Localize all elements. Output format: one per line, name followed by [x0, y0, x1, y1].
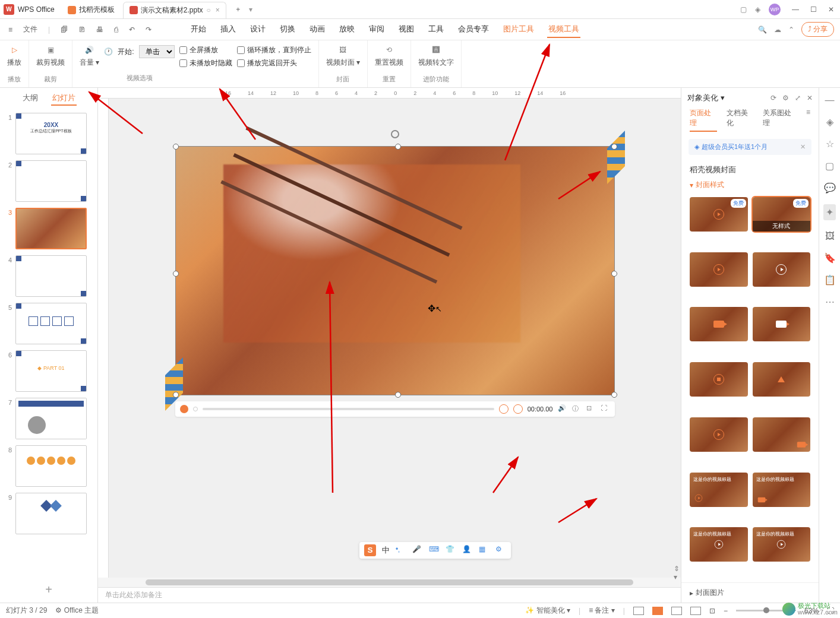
thumb-8[interactable]: [15, 445, 87, 487]
lang-indicator[interactable]: 中: [382, 545, 390, 556]
thumb-4[interactable]: [15, 255, 87, 297]
cover-option[interactable]: 这是你的视频标题: [753, 527, 811, 562]
fit-icon[interactable]: ⊡: [709, 607, 715, 615]
ft-shirt-icon[interactable]: 👕: [446, 545, 456, 556]
thumb-1[interactable]: 20XX工作总结汇报PPT模板: [15, 113, 87, 154]
view-normal-button[interactable]: [633, 607, 644, 615]
vc-marker[interactable]: [193, 407, 198, 411]
ft-person-icon[interactable]: 👤: [462, 545, 473, 556]
vc-info-icon[interactable]: ⓘ: [572, 404, 582, 414]
rail-clipboard-icon[interactable]: 📋: [824, 274, 836, 286]
rail-chat-icon[interactable]: 💬: [824, 182, 836, 194]
reset-button[interactable]: ⟲ 重置视频: [375, 44, 403, 68]
view-reading-button[interactable]: [690, 607, 701, 615]
zoom-slider[interactable]: [736, 610, 784, 611]
menu-insert[interactable]: 插入: [219, 21, 237, 38]
cover-option[interactable]: [690, 417, 748, 452]
vc-play-button[interactable]: [180, 405, 188, 413]
vc-fullscreen-icon[interactable]: ⛶: [601, 404, 610, 414]
search-icon[interactable]: 🔍: [758, 26, 767, 34]
close-button[interactable]: ✕: [822, 1, 840, 18]
menu-tools[interactable]: 工具: [427, 21, 445, 38]
resize-handle[interactable]: [611, 271, 617, 277]
view-slideshow-button[interactable]: [652, 607, 663, 615]
rtab-relation[interactable]: 关系图处理: [763, 108, 797, 132]
menu-animation[interactable]: 动画: [308, 21, 326, 38]
view-sorter-button[interactable]: [671, 607, 682, 615]
notes-toggle[interactable]: ≡ 备注 ▾: [589, 606, 615, 616]
accordion-cover-style[interactable]: ▾ 封面样式: [681, 178, 819, 192]
redo-icon[interactable]: ↷: [143, 24, 154, 35]
slide-canvas[interactable]: 00:00.00 🔊 ⓘ ⊡ ⛶: [109, 99, 681, 578]
cloud-icon[interactable]: ☁: [774, 26, 781, 34]
cover-option[interactable]: [753, 362, 811, 397]
trim-button[interactable]: ▣ 裁剪视频: [36, 44, 65, 68]
tab-templates[interactable]: 找稻壳模板: [62, 2, 121, 18]
tab-close-icon[interactable]: ×: [216, 6, 220, 14]
volume-button[interactable]: 🔊 音量 ▾: [80, 44, 99, 68]
rtab-page[interactable]: 页面处理: [690, 108, 717, 132]
smart-beauty-button[interactable]: ✨ 智能美化 ▾: [525, 606, 570, 616]
menu-view[interactable]: 视图: [397, 21, 415, 38]
undo-icon[interactable]: ↶: [127, 24, 137, 35]
menu-picture-tools[interactable]: 图片工具: [502, 21, 535, 38]
vc-progress[interactable]: [203, 408, 494, 410]
resize-handle[interactable]: [395, 144, 401, 150]
vc-loop-icon[interactable]: ⊡: [586, 404, 596, 414]
theme-indicator[interactable]: ⚙ Office 主题: [55, 606, 99, 616]
thumb-2[interactable]: [15, 160, 87, 202]
resize-handle[interactable]: [395, 392, 401, 398]
cover-option[interactable]: [690, 307, 748, 341]
menu-start[interactable]: 开始: [190, 21, 207, 38]
rail-bookmark-icon[interactable]: 🔖: [824, 252, 836, 264]
vc-next-button[interactable]: [513, 404, 523, 414]
save-icon[interactable]: 🗐: [58, 24, 70, 35]
expand-icon[interactable]: ⤢: [795, 94, 801, 102]
resize-handle[interactable]: [173, 271, 179, 277]
vc-volume-icon[interactable]: 🔊: [558, 404, 567, 414]
cover-option[interactable]: 这是你的视频标题: [753, 473, 811, 507]
rail-tools-icon[interactable]: ✦: [823, 204, 836, 220]
ime-toolbar[interactable]: S 中 •ˌ 🎤 ⌨ 👕 👤 ▦ ⚙: [359, 542, 511, 559]
cover-option[interactable]: [753, 307, 811, 341]
resize-handle[interactable]: [173, 144, 179, 150]
menu-member[interactable]: 会员专享: [457, 21, 490, 38]
cover-option[interactable]: [753, 252, 811, 287]
menu-design[interactable]: 设计: [249, 21, 267, 38]
resize-handle[interactable]: [611, 392, 617, 398]
add-slide-button[interactable]: +: [0, 577, 97, 603]
cover-option-none[interactable]: 免费无样式: [753, 197, 811, 232]
cover-option[interactable]: [690, 362, 748, 397]
menu-review[interactable]: 审阅: [368, 21, 386, 38]
rail-image-icon[interactable]: 🖼: [825, 231, 835, 242]
tab-slides[interactable]: 幻灯片: [51, 91, 77, 106]
menu-slideshow[interactable]: 放映: [338, 21, 356, 38]
rewind-checkbox[interactable]: 播放完返回开头: [237, 58, 311, 68]
rail-more-icon[interactable]: ⋯: [825, 296, 835, 308]
ft-grid-icon[interactable]: ▦: [479, 545, 490, 556]
gear-icon[interactable]: ⚙: [782, 94, 789, 102]
print-icon[interactable]: 🖶: [94, 24, 106, 35]
resize-handle[interactable]: [173, 392, 179, 398]
window-icon[interactable]: ▢: [740, 5, 747, 14]
sogou-icon[interactable]: S: [364, 544, 376, 556]
tab-pin-icon[interactable]: ○: [207, 6, 211, 14]
rtab-more-icon[interactable]: ≡: [806, 108, 810, 132]
ft-keyboard-icon[interactable]: ⌨: [429, 545, 440, 556]
refresh-icon[interactable]: ⟳: [770, 94, 776, 102]
slide-thumbnails[interactable]: 120XX工作总结汇报PPT模板 2 3 4 5 6◆ PART 01 7 8 …: [0, 109, 97, 577]
rail-diamond-icon[interactable]: ◈: [826, 116, 833, 128]
cover-option[interactable]: 这是你的视频标题: [690, 473, 748, 507]
ft-gear-icon[interactable]: ⚙: [495, 545, 506, 556]
thumb-6[interactable]: ◆ PART 01: [15, 350, 87, 392]
tab-menu-icon[interactable]: ▾: [249, 5, 252, 14]
rtab-doc[interactable]: 文档美化: [727, 108, 754, 132]
scrollbar-h[interactable]: ⇕▾: [98, 578, 681, 587]
cover-option[interactable]: [690, 252, 748, 287]
share-button[interactable]: ⤴ 分享: [801, 22, 834, 37]
resize-handle[interactable]: [611, 144, 617, 150]
new-tab-button[interactable]: +: [231, 2, 245, 17]
ft-mic-icon[interactable]: 🎤: [412, 545, 423, 556]
rotate-handle[interactable]: [391, 130, 399, 138]
chevron-up-icon[interactable]: ⌃: [788, 26, 794, 34]
